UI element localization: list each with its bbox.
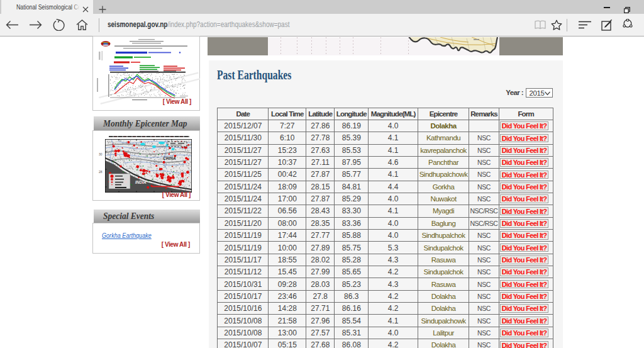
svg-text:INDIA: INDIA (135, 180, 147, 184)
svg-text:CHINA: CHINA (163, 156, 176, 160)
